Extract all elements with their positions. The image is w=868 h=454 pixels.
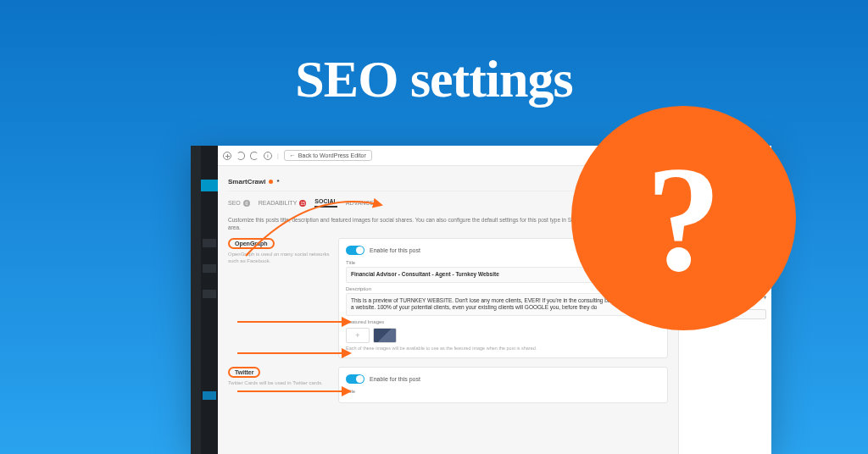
redo-icon[interactable] — [250, 152, 259, 160]
add-block-icon[interactable] — [223, 152, 231, 160]
opengraph-toggle[interactable] — [346, 246, 364, 255]
tab-social[interactable]: SOCIAL — [314, 198, 337, 208]
tab-seo[interactable]: SEO0 — [228, 198, 250, 208]
hero-title: SEO settings — [295, 49, 572, 109]
twitter-toggle[interactable] — [346, 374, 364, 384]
twitter-subtext: Twitter Cards will be used in Twitter ca… — [228, 380, 330, 387]
tw-title-label: Title — [346, 389, 660, 394]
og-images-helper: Each of these images will be available t… — [346, 346, 660, 351]
featured-image-thumb[interactable] — [373, 328, 397, 343]
opengraph-subtext: OpenGraph is used on many social network… — [228, 252, 330, 265]
wp-admin-bar — [191, 146, 201, 454]
twitter-label: Twitter — [228, 367, 260, 378]
add-image-button[interactable]: + — [346, 328, 370, 343]
opengraph-label: OpenGraph — [228, 238, 275, 249]
wp-side-menu[interactable] — [201, 146, 218, 454]
question-circle: ? — [571, 106, 796, 330]
tab-readability[interactable]: READABILITY15 — [259, 198, 307, 208]
og-images-label: Featured Images — [346, 319, 660, 324]
back-button[interactable]: Back to WordPress Editor — [284, 150, 372, 161]
tab-advanced[interactable]: ADVANCED — [346, 198, 378, 208]
panel-title: SmartCrawl — [228, 178, 265, 185]
undo-icon[interactable] — [236, 152, 245, 160]
twitter-enable-label: Enable for this post — [370, 376, 420, 382]
info-icon[interactable]: i — [264, 152, 272, 160]
opengraph-enable-label: Enable for this post — [370, 247, 420, 253]
status-dot-icon — [269, 180, 273, 184]
